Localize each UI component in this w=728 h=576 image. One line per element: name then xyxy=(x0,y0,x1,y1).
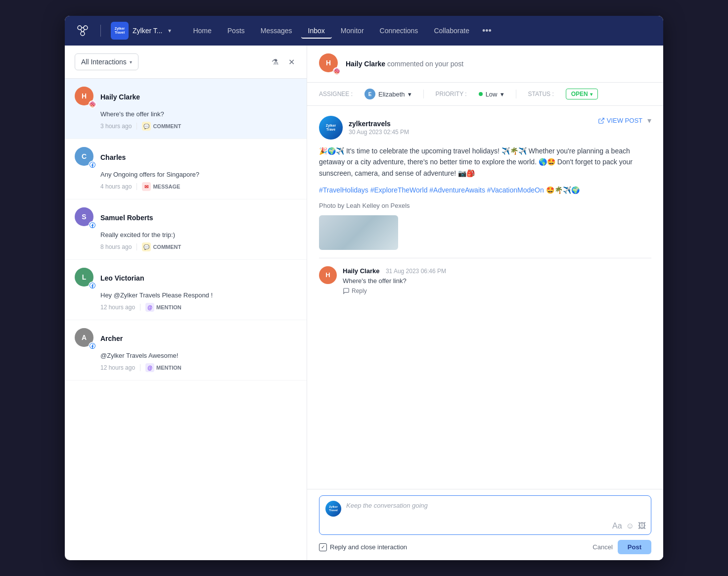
nav-home[interactable]: Home xyxy=(186,23,218,39)
nav-divider xyxy=(100,25,101,37)
right-header-text: Haily Clarke commented on your post xyxy=(346,59,463,68)
priority-dropdown[interactable]: Low ▾ xyxy=(479,91,504,98)
nav-messages[interactable]: Messages xyxy=(254,23,299,39)
meta-time: 12 hours ago xyxy=(100,364,135,371)
nav-inbox[interactable]: Inbox xyxy=(301,23,332,39)
right-panel-header: H Haily Clarke commented on your post xyxy=(307,46,663,83)
avatar-wrap: H xyxy=(75,87,95,107)
main-content: All Interactions ▾ ⚗ ✕ H xyxy=(65,46,663,560)
interaction-user: A Archer xyxy=(75,328,297,349)
interaction-preview: Really excited for the trip:) xyxy=(100,231,297,239)
close-icon-button[interactable]: ✕ xyxy=(286,55,297,69)
nav-logo-icon xyxy=(75,23,91,39)
nav-posts[interactable]: Posts xyxy=(221,23,252,39)
interaction-meta: 12 hours ago @ MENTION xyxy=(100,363,297,372)
post-hashtags: #TravelHolidays #ExploreTheWorld #Advent… xyxy=(319,185,651,195)
avatar-wrap: L xyxy=(75,268,95,288)
instagram-badge-icon xyxy=(333,67,341,75)
comment-item: H Haily Clarke 31 Aug 2023 06:46 PM Wher… xyxy=(319,266,651,294)
view-post-label: VIEW POST xyxy=(607,117,642,124)
meta-divider xyxy=(140,364,140,371)
nav-more[interactable]: ••• xyxy=(478,22,496,40)
facebook-badge-icon xyxy=(89,221,96,229)
avatar-wrap: A xyxy=(75,328,95,349)
post-body: 🎉🌍✈️ It's time to celebrate the upcoming… xyxy=(319,145,651,179)
post-header: ZylkerTrave zylkertravels 30 Aug 2023 02… xyxy=(319,116,651,140)
meta-time: 8 hours ago xyxy=(100,243,132,250)
meta-time: 3 hours ago xyxy=(100,123,132,130)
status-label: STATUS : xyxy=(528,91,554,97)
comment-section: H Haily Clarke 31 Aug 2023 06:46 PM Wher… xyxy=(319,258,651,294)
filter-label: All Interactions xyxy=(81,58,127,66)
emoji-icon[interactable]: ☺ xyxy=(626,522,634,530)
post-area: ZylkerTrave zylkertravels 30 Aug 2023 02… xyxy=(307,106,663,489)
priority-value: Low xyxy=(486,91,498,98)
comment-type-icon: 💬 xyxy=(142,122,151,131)
separator xyxy=(516,90,516,98)
meta-type: @ MENTION xyxy=(145,363,182,372)
reply-footer: ✓ Reply and close interaction Cancel Pos… xyxy=(319,540,651,554)
text-format-icon[interactable]: Aa xyxy=(612,522,622,530)
brand-logo: ZylkerTravel xyxy=(111,22,129,40)
post-button[interactable]: Post xyxy=(618,540,651,554)
user-name: Haily Clarke xyxy=(100,93,140,101)
assignee-dropdown[interactable]: E Elizabeth ▾ xyxy=(364,89,411,99)
type-label: COMMENT xyxy=(153,123,181,129)
filter-dropdown[interactable]: All Interactions ▾ xyxy=(75,53,138,70)
assignee-bar: ASSIGNEE : E Elizabeth ▾ PRIORITY : Low … xyxy=(307,83,663,106)
image-icon[interactable]: 🖼 xyxy=(638,522,646,530)
nav-brand: ZylkerTravel Zylker T... ▾ xyxy=(75,22,171,40)
nav-connections[interactable]: Connections xyxy=(373,23,425,39)
view-post-button[interactable]: VIEW POST xyxy=(598,117,642,124)
post-brand-avatar: ZylkerTrave xyxy=(319,116,343,140)
reply-placeholder: Keep the conversation going xyxy=(346,501,428,509)
reply-toolbar: Aa ☺ 🖼 xyxy=(612,522,646,530)
facebook-badge-icon xyxy=(89,161,96,169)
brand-dropdown-icon[interactable]: ▾ xyxy=(168,27,171,34)
meta-divider xyxy=(140,304,140,311)
collapse-icon[interactable]: ▾ xyxy=(647,116,651,125)
meta-time: 4 hours ago xyxy=(100,183,132,190)
reply-input-area[interactable]: ZylkerTravel Keep the conversation going… xyxy=(319,495,651,535)
assignee-name: Elizabeth xyxy=(378,91,405,98)
reply-actions: Cancel Post xyxy=(592,540,651,554)
reply-button[interactable]: Reply xyxy=(343,288,367,294)
user-name: Archer xyxy=(100,335,123,342)
interaction-user: S Samuel Roberts xyxy=(75,207,297,228)
right-panel: H Haily Clarke commented on your post AS… xyxy=(307,46,663,560)
post-date: 30 Aug 2023 02:45 PM xyxy=(349,129,409,136)
facebook-badge-icon xyxy=(89,282,96,289)
checkbox-icon[interactable]: ✓ xyxy=(319,543,327,551)
user-name: Leo Victorian xyxy=(100,274,144,282)
app-window: ZylkerTravel Zylker T... ▾ Home Posts Me… xyxy=(65,16,663,560)
interaction-meta: 8 hours ago 💬 COMMENT xyxy=(100,242,297,251)
photo-credit: Photo by Leah Kelley on Pexels xyxy=(319,202,651,209)
status-value: OPEN xyxy=(571,91,588,97)
filter-icon-button[interactable]: ⚗ xyxy=(270,55,280,69)
meta-type: @ MENTION xyxy=(145,303,182,312)
instagram-badge-icon xyxy=(89,100,96,108)
assignee-label: ASSIGNEE : xyxy=(319,91,353,97)
interaction-list: H Haily Clarke Where's the offer link? 3… xyxy=(65,79,307,560)
nav-monitor[interactable]: Monitor xyxy=(334,23,371,39)
interaction-item[interactable]: H Haily Clarke Where's the offer link? 3… xyxy=(65,79,307,139)
priority-label: PRIORITY : xyxy=(436,91,467,97)
type-label: COMMENT xyxy=(153,244,181,250)
interaction-item[interactable]: A Archer @Zylker Travels Awesome! 12 hou… xyxy=(65,320,307,381)
status-dropdown[interactable]: OPEN ▾ xyxy=(566,89,598,99)
reply-brand-avatar: ZylkerTravel xyxy=(325,501,341,517)
brand-name: Zylker T... xyxy=(133,27,162,35)
left-panel-header: All Interactions ▾ ⚗ ✕ xyxy=(65,46,307,79)
comment-author: Haily Clarke xyxy=(343,267,379,275)
interaction-item[interactable]: C Charles Any Ongoing offers for Singapo… xyxy=(65,139,307,199)
filter-chevron-icon: ▾ xyxy=(130,59,132,65)
nav-collaborate[interactable]: Collaborate xyxy=(427,23,476,39)
type-label: MENTION xyxy=(156,304,182,310)
interaction-item[interactable]: L Leo Victorian Hey @Zylker Travels Plea… xyxy=(65,260,307,320)
cancel-button[interactable]: Cancel xyxy=(592,543,612,551)
header-actions: ⚗ ✕ xyxy=(270,55,297,69)
type-label: MESSAGE xyxy=(153,184,180,190)
left-panel: All Interactions ▾ ⚗ ✕ H xyxy=(65,46,307,560)
interaction-preview: Any Ongoing offers for Singapore? xyxy=(100,171,297,178)
interaction-item[interactable]: S Samuel Roberts Really excited for the … xyxy=(65,199,307,260)
